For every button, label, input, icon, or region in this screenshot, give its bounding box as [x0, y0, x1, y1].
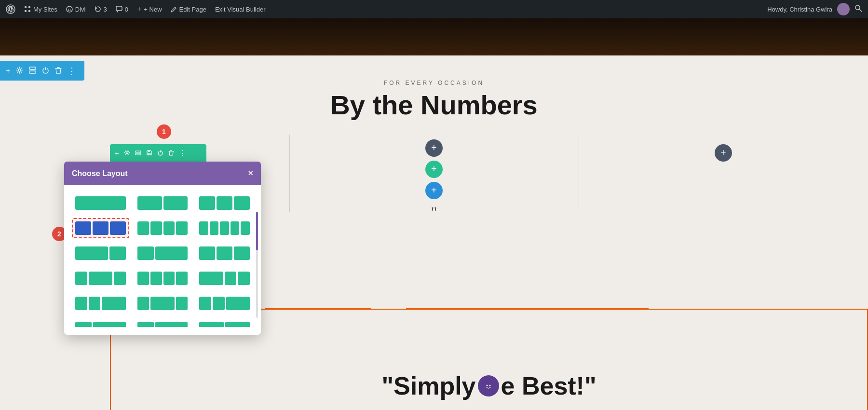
layout-option-2-1-2[interactable] [134, 293, 191, 314]
updates-menu[interactable]: 3 [95, 6, 107, 13]
exit-builder-menu[interactable]: Exit Visual Builder [215, 6, 266, 13]
quote-text-start: "Simply [381, 371, 475, 400]
row-delete-icon[interactable] [168, 149, 174, 157]
svg-rect-3 [25, 10, 27, 12]
new-label: + New [144, 6, 162, 13]
divi-label: Divi [75, 6, 86, 13]
edit-page-label: Edit Page [179, 6, 206, 13]
row-layout-icon[interactable] [135, 149, 141, 157]
svg-rect-11 [29, 67, 36, 69]
svg-line-9 [859, 9, 862, 12]
layout-option-1-2-1[interactable] [72, 268, 129, 288]
section-toolbar: + ⋮ [0, 61, 84, 81]
layout-option-eq3-v2[interactable] [196, 243, 253, 263]
svg-rect-1 [25, 6, 27, 8]
section-power-icon[interactable] [42, 67, 49, 76]
svg-rect-19 [148, 153, 150, 155]
layout-row-5 [72, 293, 253, 314]
choose-layout-header: Choose Layout × [64, 162, 261, 185]
layout-option-1-2[interactable] [134, 243, 191, 263]
svg-point-15 [489, 385, 490, 386]
section-eyebrow: FOR EVERY OCCASION [0, 80, 868, 86]
add-module-col3[interactable]: + [715, 144, 732, 162]
layout-scrollbar-thumb [256, 212, 258, 250]
divi-menu[interactable]: D Divi [66, 6, 86, 13]
layout-option-full[interactable] [72, 193, 129, 213]
svg-point-14 [486, 385, 488, 386]
add-module-col2-bot[interactable]: + [425, 182, 443, 199]
admin-search-icon[interactable] [854, 4, 862, 14]
avatar [837, 3, 850, 15]
section-layout-icon[interactable] [29, 67, 36, 76]
page-emoji [478, 375, 499, 396]
section-delete-icon[interactable] [55, 67, 62, 76]
quote-title: "Simply e Best!" [111, 371, 867, 400]
layout-option-3col-eq[interactable] [196, 193, 253, 213]
col-2: + + + [289, 135, 579, 199]
svg-rect-20 [148, 150, 150, 152]
wp-logo[interactable] [6, 4, 15, 14]
layout-row-6-partial [72, 318, 253, 327]
admin-bar: My Sites D Divi 3 0 + + New Edit Page Ex… [0, 0, 868, 18]
svg-point-16 [126, 151, 128, 153]
layout-row-1 [72, 193, 253, 213]
numbers-section: FOR EVERY OCCASION By the Numbers [0, 55, 868, 120]
add-module-col2-mid[interactable]: + [425, 161, 443, 178]
svg-rect-7 [116, 6, 122, 11]
layout-option-2-1-1[interactable] [196, 268, 253, 288]
section-more-icon[interactable]: ⋮ [68, 66, 76, 76]
my-sites-label: My Sites [33, 6, 57, 13]
admin-bar-right: Howdy, Christina Gwira [767, 3, 862, 15]
step-badge-1: 1 [157, 124, 171, 139]
section-title: By the Numbers [0, 90, 868, 120]
my-sites-menu[interactable]: My Sites [24, 6, 57, 13]
section-settings-icon[interactable] [16, 67, 23, 76]
row-toolbar: + ⋮ [110, 144, 206, 162]
choose-layout-title: Choose Layout [72, 169, 128, 178]
quote-text-end: e Best!" [501, 371, 597, 400]
row-more-icon[interactable]: ⋮ [179, 149, 187, 158]
svg-text:D: D [68, 8, 71, 12]
layout-option-3col-selected[interactable] [72, 218, 129, 238]
layout-option-mixed-v3[interactable] [196, 293, 253, 314]
comments-menu[interactable]: 0 [116, 6, 128, 13]
updates-count: 3 [104, 6, 107, 13]
layout-option-partial-2[interactable] [134, 318, 191, 327]
layout-option-4col-v2[interactable] [134, 268, 191, 288]
layout-grid [64, 185, 261, 335]
layout-row-4 [72, 268, 253, 288]
exit-builder-label: Exit Visual Builder [215, 6, 266, 13]
layout-option-2-1[interactable] [72, 243, 129, 263]
howdy-text: Howdy, Christina Gwira [767, 6, 832, 13]
svg-rect-4 [28, 10, 30, 12]
layout-option-partial-1[interactable] [72, 318, 129, 327]
close-layout-panel[interactable]: × [248, 168, 253, 178]
layout-scrollbar[interactable] [256, 212, 258, 318]
row-settings-icon[interactable] [124, 149, 130, 157]
row-save-icon[interactable] [146, 149, 152, 157]
layout-row-3 [72, 243, 253, 263]
choose-layout-panel: Choose Layout × [64, 162, 261, 335]
svg-rect-18 [136, 153, 141, 155]
comments-count: 0 [125, 6, 128, 13]
svg-point-10 [18, 69, 21, 71]
edit-page-menu[interactable]: Edit Page [171, 6, 206, 13]
col-3: + [579, 135, 868, 162]
layout-option-1-1-2[interactable] [72, 293, 129, 314]
svg-rect-12 [29, 71, 36, 73]
new-content-menu[interactable]: + + New [137, 5, 162, 14]
row-add-icon[interactable]: + [115, 149, 119, 157]
layout-row-2 [72, 218, 253, 238]
layout-option-5col[interactable] [196, 218, 253, 238]
layout-option-4col[interactable] [134, 218, 191, 238]
add-module-col2-top[interactable]: + [425, 139, 443, 157]
section-add-icon[interactable]: + [6, 67, 10, 75]
quote-mark: " [431, 204, 437, 221]
row-power-icon[interactable] [157, 149, 163, 157]
layout-option-partial-3[interactable] [196, 318, 253, 327]
svg-point-13 [483, 381, 494, 391]
svg-rect-2 [28, 6, 30, 8]
layout-option-2col[interactable] [134, 193, 191, 213]
svg-rect-17 [136, 151, 141, 152]
